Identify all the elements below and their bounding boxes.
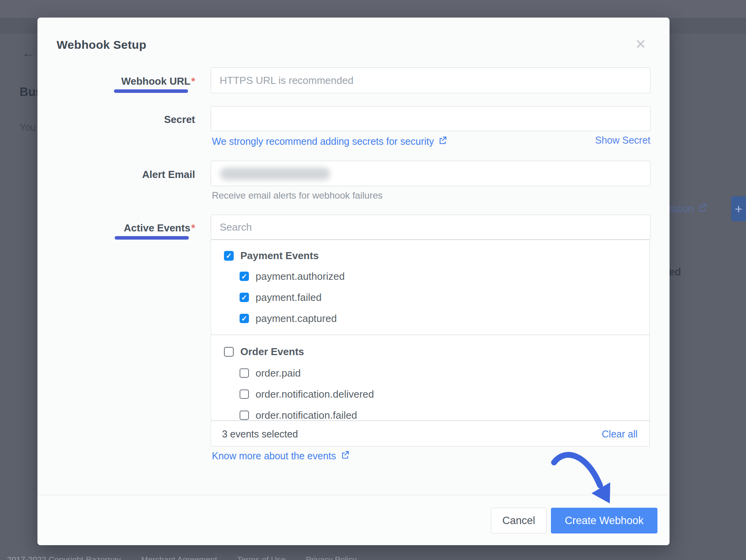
know-more-link[interactable]: Know more about the events bbox=[212, 450, 350, 462]
checkbox-order-events[interactable] bbox=[224, 347, 234, 357]
event-group-label: Payment Events bbox=[240, 250, 319, 262]
modal-title: Webhook Setup bbox=[57, 38, 146, 52]
modal-footer: Cancel Create Webhook bbox=[37, 495, 670, 545]
alert-email-label-text: Alert Email bbox=[142, 169, 195, 180]
event-search-input[interactable] bbox=[211, 215, 650, 240]
events-selected-count: 3 events selected bbox=[222, 421, 298, 447]
external-link-icon bbox=[438, 136, 447, 147]
documentation-link[interactable]: ntation bbox=[663, 203, 707, 215]
checkbox-payment-events[interactable] bbox=[224, 251, 234, 261]
secret-input[interactable] bbox=[211, 106, 650, 131]
alert-email-field[interactable] bbox=[211, 161, 650, 186]
copyright-text: 2017-2022 Copyright Razorpay bbox=[7, 555, 121, 560]
add-webhook-button-partial[interactable]: + bbox=[731, 196, 746, 221]
checkbox-order-paid[interactable] bbox=[240, 368, 249, 378]
event-item-label: payment.authorized bbox=[256, 270, 345, 283]
active-events-label-text: Active Events bbox=[124, 222, 190, 234]
show-secret-toggle[interactable]: Show Secret bbox=[523, 135, 650, 146]
event-item-label: order.notification.failed bbox=[256, 409, 357, 421]
secret-label-text: Secret bbox=[164, 114, 195, 125]
event-group-divider bbox=[211, 334, 649, 335]
checkbox-order-notification-failed[interactable] bbox=[240, 411, 249, 420]
event-item-label: order.notification.delivered bbox=[256, 388, 374, 400]
terms-of-use-link[interactable]: Terms of Use bbox=[237, 555, 286, 560]
create-webhook-button[interactable]: Create Webhook bbox=[551, 508, 657, 533]
secret-label: Secret bbox=[37, 114, 195, 126]
secrets-recommendation-link[interactable]: We strongly recommend adding secrets for… bbox=[212, 136, 447, 147]
background-subtitle-fragment: You bbox=[20, 122, 36, 133]
background-status-fragment: ed bbox=[669, 266, 681, 278]
clear-all-link[interactable]: Clear all bbox=[602, 421, 638, 447]
required-asterisk: * bbox=[191, 75, 195, 87]
webhook-url-label-text: Webhook URL bbox=[121, 75, 190, 87]
event-item-label: order.paid bbox=[256, 367, 301, 379]
know-more-text: Know more about the events bbox=[212, 450, 336, 462]
close-icon[interactable]: ✕ bbox=[631, 35, 650, 53]
alert-email-helper: Receive email alerts for webhook failure… bbox=[212, 190, 383, 201]
checkbox-payment-authorized[interactable] bbox=[240, 272, 249, 281]
checkbox-payment-captured[interactable] bbox=[240, 314, 249, 323]
footer-copyright: 2017-2022 Copyright Razorpay Merchant Ag… bbox=[7, 555, 375, 560]
merchant-agreement-link[interactable]: Merchant Agreement bbox=[141, 555, 217, 560]
event-item-row: order.notification.delivered bbox=[211, 388, 649, 400]
plus-icon: + bbox=[735, 201, 742, 217]
event-group-label: Order Events bbox=[240, 346, 304, 358]
back-arrow-icon[interactable]: ← bbox=[22, 45, 35, 60]
events-selection-bar: 3 events selected Clear all bbox=[211, 421, 650, 446]
secrets-recommendation-text: We strongly recommend adding secrets for… bbox=[212, 136, 434, 147]
cancel-button[interactable]: Cancel bbox=[491, 508, 547, 533]
checkbox-order-notification-delivered[interactable] bbox=[240, 389, 249, 399]
event-item-row: order.notification.failed bbox=[211, 409, 649, 421]
webhook-setup-modal: Webhook Setup ✕ Webhook URL* Secret We s… bbox=[37, 18, 670, 545]
background-top-navbar bbox=[0, 0, 746, 18]
event-item-label: payment.failed bbox=[256, 292, 321, 304]
checkbox-payment-failed[interactable] bbox=[240, 293, 249, 302]
event-item-row: payment.failed bbox=[211, 291, 649, 304]
required-asterisk: * bbox=[191, 222, 195, 234]
events-list: Payment Events payment.authorized paymen… bbox=[211, 240, 650, 421]
external-link-icon bbox=[341, 450, 350, 462]
active-events-label-underline bbox=[115, 236, 189, 240]
alert-email-label: Alert Email bbox=[37, 169, 195, 181]
webhook-url-label-underline bbox=[114, 89, 188, 93]
event-group-row: Order Events bbox=[211, 345, 649, 358]
event-group-row: Payment Events bbox=[211, 249, 649, 262]
webhook-url-label: Webhook URL* bbox=[37, 75, 195, 87]
event-item-label: payment.captured bbox=[256, 313, 337, 325]
event-item-row: order.paid bbox=[211, 367, 649, 379]
privacy-policy-link[interactable]: Privacy Policy bbox=[306, 555, 357, 560]
event-item-row: payment.authorized bbox=[211, 270, 649, 283]
event-item-row: payment.captured bbox=[211, 312, 649, 325]
external-link-icon bbox=[698, 203, 707, 215]
webhook-url-input[interactable] bbox=[211, 68, 650, 93]
redacted-email-value bbox=[220, 167, 330, 180]
active-events-label: Active Events* bbox=[37, 222, 195, 234]
